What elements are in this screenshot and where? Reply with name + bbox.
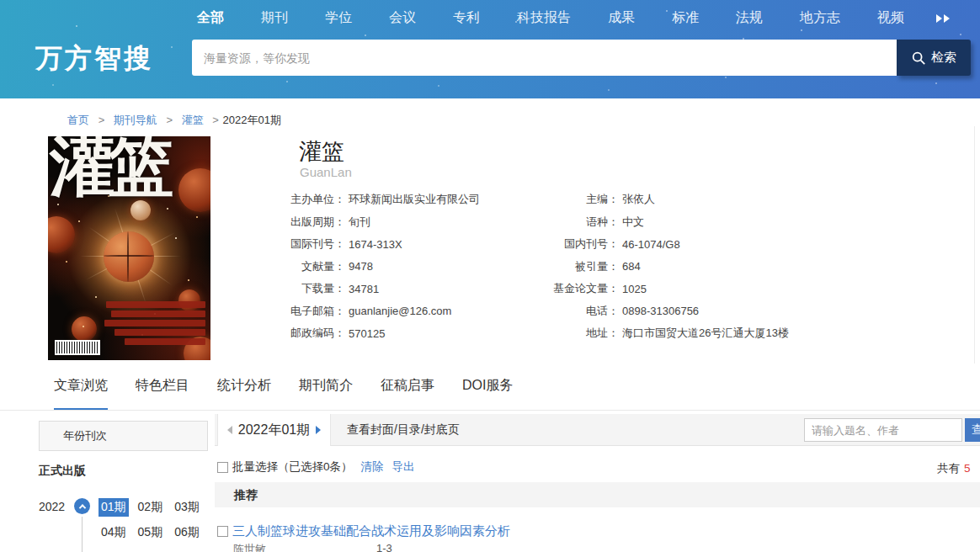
- search-button-label: 检索: [931, 50, 956, 66]
- info-row: 电话：0898-31306756: [514, 300, 789, 323]
- article-row: 三人制篮球进攻基础配合战术运用及影响因素分析: [217, 523, 510, 539]
- issue-item-04[interactable]: 04期: [99, 523, 129, 542]
- info-row: 被引量：684: [514, 256, 789, 279]
- field-value: 570125: [349, 327, 385, 340]
- journal-tabs: 文章浏览 特色栏目 统计分析 期刊简介 征稿启事 DOI服务: [54, 377, 513, 411]
- field-value: 46-1074/G8: [622, 238, 680, 251]
- site-header: 万方智搜 全部 期刊 学位 会议 专利 科技报告 成果 标准 法规 地方志 视频…: [0, 0, 980, 98]
- breadcrumb-separator: >: [166, 114, 173, 126]
- nav-more-icon[interactable]: [936, 14, 950, 23]
- article-checkbox[interactable]: [217, 526, 228, 537]
- issue-item-06[interactable]: 06期: [172, 523, 202, 542]
- journal-title: 灌篮: [299, 136, 344, 167]
- nav-item-video[interactable]: 视频: [877, 9, 904, 27]
- nav-item-journal[interactable]: 期刊: [261, 9, 288, 27]
- current-issue-label: 2022年01期: [238, 422, 310, 439]
- nav-item-achievement[interactable]: 成果: [608, 9, 635, 27]
- page: 万方智搜 全部 期刊 学位 会议 专利 科技报告 成果 标准 法规 地方志 视频…: [0, 0, 980, 552]
- info-row: 下载量：34781: [244, 278, 480, 300]
- field-value: 旬刊: [349, 215, 370, 230]
- tab-doi-service[interactable]: DOI服务: [462, 377, 513, 411]
- field-label: 国际刊号：: [244, 236, 345, 252]
- total-count: 共有5: [937, 461, 971, 476]
- right-border-line: [974, 126, 975, 364]
- cover-title-text: 灌篮: [50, 136, 210, 199]
- info-row: 基金论文量：1025: [514, 278, 789, 300]
- issue-item-01[interactable]: 01期: [99, 498, 129, 517]
- tab-call-for-papers[interactable]: 征稿启事: [381, 377, 434, 411]
- field-value: 684: [622, 260, 641, 273]
- batch-select-label: 批量选择（已选择0条）: [232, 459, 353, 475]
- cover-barcode: [55, 340, 100, 355]
- article-author: 陈世敏: [233, 542, 266, 552]
- top-nav: 全部 期刊 学位 会议 专利 科技报告 成果 标准 法规 地方志 视频: [197, 9, 950, 27]
- field-value: 9478: [349, 260, 373, 273]
- breadcrumb-separator: >: [212, 114, 219, 126]
- issue-item-02[interactable]: 02期: [136, 498, 166, 517]
- chevron-up-icon: [78, 504, 85, 511]
- nav-item-regulation[interactable]: 法规: [736, 9, 763, 27]
- info-row: 文献量：9478: [244, 256, 480, 279]
- nav-item-tech-report[interactable]: 科技报告: [517, 9, 571, 27]
- article-title-link[interactable]: 三人制篮球进攻基础配合战术运用及影响因素分析: [232, 523, 510, 539]
- info-row: 主编：张依人: [514, 188, 789, 211]
- field-label: 出版周期：: [244, 215, 345, 230]
- clear-link[interactable]: 清除: [361, 459, 384, 475]
- info-row: 国际刊号：1674-313X: [244, 233, 480, 256]
- article-pages: 1-3: [376, 542, 392, 552]
- field-label: 邮政编码：: [244, 326, 345, 341]
- article-filter-input[interactable]: [804, 418, 962, 442]
- breadcrumb-journal[interactable]: 灌篮: [182, 114, 204, 126]
- batch-select-checkbox[interactable]: [217, 462, 228, 473]
- journal-info-right-column: 主编：张依人 语种：中文 国内刊号：46-1074/G8 被引量：684 基金论…: [514, 188, 789, 345]
- nav-item-degree[interactable]: 学位: [325, 9, 352, 27]
- field-label: 电子邮箱：: [244, 304, 345, 319]
- site-logo[interactable]: 万方智搜: [35, 40, 153, 77]
- breadcrumb-home[interactable]: 首页: [67, 114, 89, 126]
- info-row: 国内刊号：46-1074/G8: [514, 233, 789, 256]
- tab-statistics[interactable]: 统计分析: [217, 377, 271, 411]
- nav-item-local-chronicle[interactable]: 地方志: [800, 9, 840, 27]
- cover-text-line: [106, 301, 205, 308]
- field-value: 1025: [622, 283, 647, 295]
- issue-item-03[interactable]: 03期: [172, 498, 202, 517]
- main-search-input[interactable]: [192, 40, 897, 76]
- prev-issue-icon[interactable]: [227, 426, 232, 434]
- nav-item-all[interactable]: 全部: [197, 9, 224, 27]
- cover-text-line: [111, 310, 205, 317]
- tabs-divider: [0, 410, 980, 411]
- export-link[interactable]: 导出: [392, 459, 415, 475]
- article-filter-button[interactable]: 查询: [965, 418, 980, 442]
- year-collapse-button[interactable]: [74, 498, 90, 514]
- cover-ball-decoration: [178, 289, 200, 311]
- field-label: 下载量：: [244, 281, 345, 296]
- main-search-button[interactable]: 检索: [897, 40, 971, 76]
- cover-text-line: [104, 320, 205, 326]
- field-label: 国内刊号：: [514, 236, 619, 252]
- tab-article-browse[interactable]: 文章浏览: [54, 377, 108, 411]
- field-label: 文献量：: [244, 259, 345, 274]
- nav-item-conference[interactable]: 会议: [389, 9, 416, 27]
- main-search-bar: 检索: [192, 40, 971, 76]
- issue-item-05[interactable]: 05期: [136, 523, 166, 542]
- nav-item-standard[interactable]: 标准: [672, 9, 699, 27]
- tab-featured-columns[interactable]: 特色栏目: [136, 377, 189, 411]
- info-row: 主办单位：环球新闻出版实业有限公司: [244, 188, 480, 211]
- info-row: 邮政编码：570125: [244, 322, 480, 345]
- nav-item-patent[interactable]: 专利: [453, 9, 480, 27]
- next-issue-icon[interactable]: [316, 426, 321, 434]
- field-label: 地址：: [514, 326, 619, 341]
- info-row: 地址：海口市国贸大道26号汇通大厦13楼: [514, 322, 789, 345]
- view-cover-toc-link[interactable]: 查看封面/目录/封底页: [347, 422, 460, 438]
- breadcrumb-journal-nav[interactable]: 期刊导航: [114, 114, 157, 126]
- field-label: 语种：: [514, 215, 619, 230]
- total-count-number: 5: [964, 462, 971, 475]
- journal-cover-image: 灌篮: [48, 136, 210, 360]
- sidebar-official-publish-label: 正式出版: [39, 464, 86, 479]
- journal-info-left-column: 主办单位：环球新闻出版实业有限公司 出版周期：旬刊 国际刊号：1674-313X…: [244, 188, 480, 345]
- field-label: 电话：: [514, 304, 619, 319]
- sidebar-year-issue-header: 年份刊次: [39, 421, 208, 451]
- recommend-section-label: 推荐: [234, 488, 258, 503]
- tab-journal-intro[interactable]: 期刊简介: [299, 377, 353, 411]
- field-value: 中文: [622, 215, 644, 230]
